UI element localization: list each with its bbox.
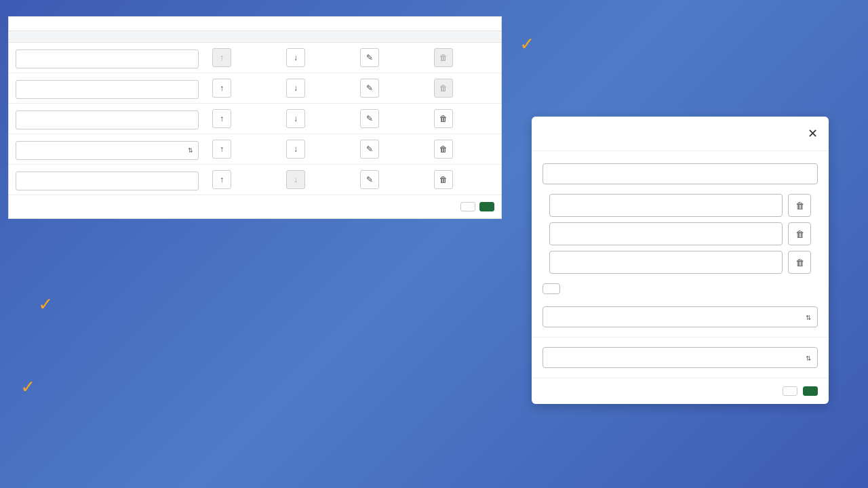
move-down-button[interactable]: ↓ <box>286 79 305 98</box>
check-icon: ✓ <box>39 293 52 319</box>
save-button[interactable] <box>479 202 494 211</box>
option-row: 🗑 <box>549 194 811 217</box>
table-row: ↑ ↓ ✎ 🗑 <box>9 134 501 165</box>
edit-button[interactable]: ✎ <box>360 170 379 189</box>
col-remove <box>427 31 501 42</box>
remove-button[interactable]: 🗑 <box>434 79 453 98</box>
modal-footer <box>532 378 829 404</box>
close-button[interactable]: ✕ <box>808 126 818 141</box>
field-input-name[interactable] <box>16 49 199 68</box>
save-button[interactable] <box>803 386 818 396</box>
field-input-content[interactable] <box>16 171 199 190</box>
option-row: 🗑 <box>549 222 811 245</box>
move-down-button[interactable]: ↓ <box>286 170 305 189</box>
col-move-down <box>279 31 353 42</box>
arrow-up-icon: ↑ <box>220 114 224 123</box>
remove-button[interactable]: 🗑 <box>434 109 453 128</box>
delete-option-button[interactable]: 🗑 <box>788 194 811 217</box>
col-edit <box>353 31 427 42</box>
form-builder-title <box>9 17 501 30</box>
move-down-button[interactable]: ↓ <box>286 48 305 67</box>
table-row: ↑ ↓ ✎ 🗑 <box>9 165 501 195</box>
close-icon: ✕ <box>808 127 818 140</box>
move-up-button[interactable]: ↑ <box>212 109 231 128</box>
arrow-down-icon: ↓ <box>294 114 298 123</box>
field-label-input[interactable] <box>542 163 818 184</box>
col-field <box>9 31 205 42</box>
arrow-down-icon: ↓ <box>294 175 298 184</box>
trash-icon: 🗑 <box>439 144 448 154</box>
trash-icon: 🗑 <box>439 53 448 62</box>
option-row: 🗑 <box>549 251 811 274</box>
arrow-up-icon: ↑ <box>220 144 224 154</box>
move-up-button[interactable]: ↑ <box>212 170 231 189</box>
remove-button[interactable]: 🗑 <box>434 48 453 67</box>
table-row: ↑ ↓ ✎ 🗑 <box>9 104 501 134</box>
edit-icon: ✎ <box>366 83 373 93</box>
arrow-up-icon: ↑ <box>220 175 224 184</box>
edit-icon: ✎ <box>366 144 373 154</box>
delete-option-button[interactable]: 🗑 <box>788 222 811 245</box>
add-field-button[interactable] <box>460 202 475 211</box>
form-builder-footer <box>9 195 501 218</box>
arrow-up-icon: ↑ <box>220 83 224 93</box>
modal-header: ✕ <box>532 117 829 151</box>
edit-button[interactable]: ✎ <box>360 140 379 159</box>
field-select-job[interactable] <box>16 141 199 160</box>
edit-icon: ✎ <box>366 175 373 184</box>
field-input-email[interactable] <box>16 80 199 99</box>
trash-icon: 🗑 <box>439 175 448 184</box>
table-row: ↑ ↓ ✎ 🗑 <box>9 73 501 104</box>
field-input-phone[interactable] <box>16 110 199 129</box>
move-up-button[interactable]: ↑ <box>212 140 231 159</box>
option-input[interactable] <box>549 194 783 217</box>
is-required-select[interactable] <box>542 306 818 327</box>
edit-button[interactable]: ✎ <box>360 109 379 128</box>
trash-icon: 🗑 <box>795 201 804 211</box>
table-row: ↑ ↓ ✎ 🗑 <box>9 43 501 73</box>
delete-option-button[interactable]: 🗑 <box>788 251 811 274</box>
update-field-modal: ✕ 🗑 🗑 🗑 <box>532 117 829 404</box>
arrow-down-icon: ↓ <box>294 53 298 62</box>
form-builder-header <box>9 30 501 43</box>
edit-button[interactable]: ✎ <box>360 48 379 67</box>
edit-icon: ✎ <box>366 114 373 123</box>
move-up-button[interactable]: ↑ <box>212 79 231 98</box>
move-down-button[interactable]: ↓ <box>286 140 305 159</box>
arrow-down-icon: ↓ <box>294 83 298 93</box>
move-down-button[interactable]: ↓ <box>286 109 305 128</box>
check-icon: ✓ <box>521 33 534 58</box>
move-up-button[interactable]: ↑ <box>212 48 231 67</box>
option-input[interactable] <box>549 222 783 245</box>
col-move-up <box>205 31 279 42</box>
trash-icon: 🗑 <box>439 83 448 93</box>
trash-icon: 🗑 <box>795 258 804 268</box>
edit-button[interactable]: ✎ <box>360 79 379 98</box>
options-list: 🗑 🗑 🗑 <box>542 194 818 274</box>
arrow-up-icon: ↑ <box>220 53 224 62</box>
option-input[interactable] <box>549 251 783 274</box>
check-icon: ✓ <box>22 375 35 401</box>
trash-icon: 🗑 <box>795 229 804 239</box>
remove-button[interactable]: 🗑 <box>434 170 453 189</box>
add-option-button[interactable] <box>542 283 560 294</box>
arrow-down-icon: ↓ <box>294 144 298 154</box>
form-builder-panel: ↑ ↓ ✎ 🗑 ↑ ↓ ✎ 🗑 ↑ ↓ ✎ 🗑 ↑ ↓ <box>8 16 502 219</box>
trash-icon: 🗑 <box>439 114 448 123</box>
preview-select[interactable] <box>542 347 818 368</box>
edit-icon: ✎ <box>366 53 373 62</box>
remove-button[interactable]: 🗑 <box>434 140 453 159</box>
cancel-button[interactable] <box>783 386 797 396</box>
